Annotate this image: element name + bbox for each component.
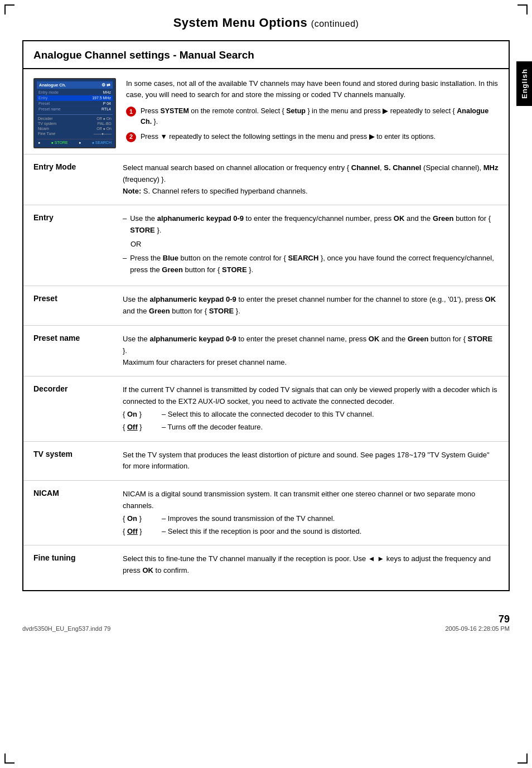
tv-setup-icons: ⚙ ⇄ [101, 83, 110, 88]
row-nicam: NICAM NICAM is a digital sound transmiss… [23, 481, 509, 545]
tv-mockup: Analogue Ch. ⚙ ⇄ Entry mode MHz Entry 19… [33, 78, 116, 148]
tv-section-2: Decoder Off ● On TV system PAL-BG Nicam … [37, 114, 113, 136]
language-tab: English [516, 61, 532, 106]
tv-sec-row-4: Fine Tune ——●—— [37, 131, 113, 136]
label-entry-mode: Entry Mode [33, 162, 123, 197]
tv-title-bar: Analogue Ch. ⚙ ⇄ [37, 81, 113, 89]
entry-dash-1: – Use the alphanumeric keypad 0-9 to ent… [123, 213, 499, 236]
row-preset: Preset Use the alphanumeric keypad 0-9 t… [23, 286, 509, 326]
label-decorder: Decorder [33, 384, 123, 433]
step-2: 2 Press ▼ repeatedly to select the follo… [126, 132, 499, 142]
tv-row-4: Preset name RTL4 [37, 107, 113, 112]
entry-or: OR [130, 239, 499, 250]
nicam-option-off: { Off } – Select this if the reception i… [123, 526, 499, 538]
corner-mark-bl [4, 753, 14, 764]
nicam-option-on: { On } – Improves the sound transmission… [123, 513, 499, 525]
corner-mark-tr [518, 4, 528, 15]
intro-steps: 1 Press SYSTEM on the remote control. Se… [126, 106, 499, 142]
label-tv-system: TV system [33, 450, 123, 473]
step-1-text: Press SYSTEM on the remote control. Sele… [141, 106, 499, 127]
desc-entry-mode: Select manual search based on channel al… [123, 162, 499, 197]
label-nicam: NICAM [33, 489, 123, 537]
row-entry: Entry – Use the alphanumeric keypad 0-9 … [23, 205, 509, 286]
footer-filename: dvdr5350H_EU_Eng537.indd 79 [22, 625, 110, 632]
footer-right: 79 2005-09-16 2:28:05 PM [445, 614, 510, 632]
tv-row-2: Entry 197.5 MHz [37, 95, 113, 101]
intro-area: Analogue Ch. ⚙ ⇄ Entry mode MHz Entry 19… [23, 69, 509, 154]
step-2-number: 2 [126, 132, 136, 142]
desc-nicam: NICAM is a digital sound transmission sy… [123, 489, 499, 537]
label-preset-name: Preset name [33, 334, 123, 368]
desc-decorder: If the current TV channel is transmitted… [123, 384, 499, 433]
row-decorder: Decorder If the current TV channel is tr… [23, 376, 509, 441]
desc-tv-system: Set the TV system that produces the leas… [123, 450, 499, 473]
tv-sec-row-2: TV system PAL-BG [37, 121, 113, 126]
label-entry: Entry [33, 213, 123, 278]
desc-fine-tuning: Select this to fine-tune the TV channel … [123, 553, 499, 577]
row-fine-tuning: Fine tuning Select this to fine-tune the… [23, 545, 509, 585]
intro-text: In some cases, not all of the available … [126, 78, 499, 148]
entry-dash-2: – Press the Blue button on the remote co… [123, 253, 499, 276]
content-rows: Entry Mode Select manual search based on… [23, 154, 509, 590]
page-header: System Menu Options (continued) [0, 0, 532, 40]
section-header: Analogue Channel settings - Manual Searc… [23, 41, 509, 69]
label-preset: Preset [33, 294, 123, 317]
section-title: Analogue Channel settings - Manual Searc… [33, 49, 499, 61]
corner-mark-tl [4, 4, 14, 15]
desc-preset: Use the alphanumeric keypad 0-9 to enter… [123, 294, 499, 317]
step-1-number: 1 [126, 107, 136, 117]
row-tv-system: TV system Set the TV system that produce… [23, 442, 509, 481]
tv-title: Analogue Ch. [39, 83, 66, 88]
tv-sec-row-3: Nicam Off ● On [37, 126, 113, 131]
tv-sec-row-1: Decoder Off ● On [37, 116, 113, 121]
footer-date: 2005-09-16 2:28:05 PM [445, 625, 510, 632]
step-2-text: Press ▼ repeatedly to select the followi… [141, 132, 436, 142]
decoder-option-off: { Off } – Turns off the decoder feature. [123, 422, 499, 433]
page-number: 79 [445, 614, 510, 625]
desc-preset-name: Use the alphanumeric keypad 0-9 to enter… [123, 334, 499, 368]
corner-mark-br [518, 753, 528, 764]
tv-footer: ● ● STORE ● ● SEARCH [37, 139, 113, 145]
label-fine-tuning: Fine tuning [33, 553, 123, 577]
decoder-option-on: { On } – Select this to allocate the con… [123, 409, 499, 421]
row-preset-name: Preset name Use the alphanumeric keypad … [23, 326, 509, 376]
tv-row-3: Preset P 04 [37, 101, 113, 107]
row-entry-mode: Entry Mode Select manual search based on… [23, 154, 509, 205]
step-1: 1 Press SYSTEM on the remote control. Se… [126, 106, 499, 127]
main-content: Analogue Channel settings - Manual Searc… [22, 40, 510, 591]
tv-row-1: Entry mode MHz [37, 90, 113, 95]
intro-paragraph: In some cases, not all of the available … [126, 78, 499, 100]
desc-entry: – Use the alphanumeric keypad 0-9 to ent… [123, 213, 499, 278]
page-footer: dvdr5350H_EU_Eng537.indd 79 79 2005-09-1… [0, 608, 532, 635]
